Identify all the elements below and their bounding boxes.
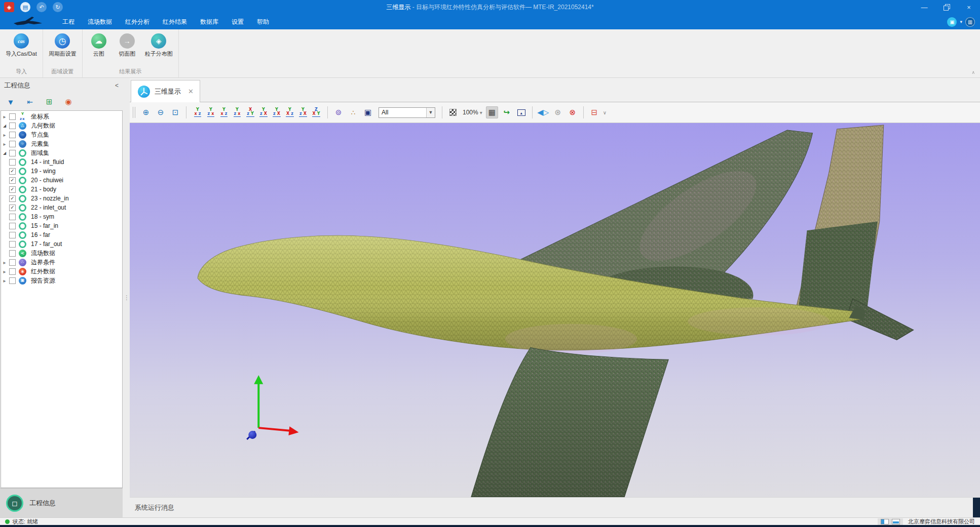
view-orientation-button[interactable]: Y z x — [231, 106, 244, 118]
menu-item[interactable]: 帮助 — [250, 14, 276, 29]
tree-checkbox[interactable] — [9, 186, 16, 193]
zoom-out-icon[interactable]: ⊖ — [155, 106, 167, 118]
export-arrow-icon[interactable]: ↪ — [501, 106, 513, 118]
tree-item[interactable]: 15 - far_in — [1, 221, 122, 230]
tree-item[interactable]: 几何数据 — [1, 121, 122, 130]
ribbon-button[interactable]: 周期面设置 — [46, 31, 79, 59]
tree-item[interactable]: 14 - int_fluid — [1, 157, 122, 167]
theme-toggle-icon[interactable]: ▣ — [947, 17, 957, 27]
expander-icon[interactable] — [1, 141, 8, 147]
transparency-icon[interactable] — [447, 106, 459, 118]
tree-checkbox[interactable] — [9, 277, 16, 284]
tree-checkbox[interactable] — [9, 113, 16, 120]
tree-checkbox[interactable] — [9, 168, 16, 175]
menu-item[interactable]: 红外结果 — [156, 14, 194, 29]
tree-item[interactable]: 节点集 — [1, 130, 122, 139]
delete-icon[interactable]: ⊗ — [567, 106, 579, 118]
tree-item[interactable]: 22 - inlet_out — [1, 203, 122, 212]
layout-left-panel-icon[interactable] — [881, 519, 889, 524]
minimize-button[interactable]: — — [913, 0, 935, 14]
ribbon-button[interactable]: 导入Cas/Dat — [3, 31, 40, 59]
tree-checkbox[interactable] — [9, 132, 16, 138]
tree-checkbox[interactable] — [9, 250, 16, 257]
undo-icon[interactable]: ↶ — [36, 2, 47, 12]
viewport-3d[interactable] — [130, 123, 980, 497]
tree-item[interactable]: 报告资源 — [1, 276, 122, 285]
tree-item[interactable]: 面域集 — [1, 148, 122, 157]
tab-3d-view[interactable]: 三维显示 ✕ — [131, 80, 200, 102]
tree-checkbox[interactable] — [9, 159, 16, 166]
tree-checkbox[interactable] — [9, 259, 16, 266]
redo-icon[interactable]: ↻ — [53, 2, 63, 12]
ribbon-button[interactable]: 粒子分布图 — [142, 31, 175, 59]
archive-box-icon[interactable]: ⊟ — [588, 106, 600, 118]
expander-icon[interactable] — [1, 150, 8, 155]
mirror-icon[interactable]: ◀▷ — [537, 106, 549, 118]
tree-item[interactable]: 23 - nozzle_in — [1, 194, 122, 203]
app-icon[interactable]: ◈ — [4, 2, 14, 12]
tree-item[interactable]: 21 - body — [1, 185, 122, 194]
select-box-icon[interactable]: ▣ — [362, 106, 374, 118]
tree-checkbox[interactable] — [9, 123, 16, 129]
menu-item[interactable]: 设置 — [225, 14, 250, 29]
tree-checkbox[interactable] — [9, 268, 16, 275]
panel-collapse-icon[interactable]: < — [115, 82, 119, 89]
tree-item[interactable]: 边界条件 — [1, 258, 122, 267]
zoom-in-icon[interactable]: ⊕ — [140, 106, 152, 118]
expander-icon[interactable] — [1, 278, 8, 283]
locate-icon[interactable]: ◉ — [63, 96, 74, 107]
view-orientation-button[interactable]: Z X Y — [310, 106, 323, 118]
expander-icon[interactable] — [1, 123, 8, 128]
view-orientation-button[interactable]: Y x z — [191, 106, 204, 118]
restore-button[interactable] — [935, 0, 958, 14]
filter-icon[interactable]: ▼ — [5, 96, 16, 107]
close-button[interactable]: × — [958, 0, 980, 14]
zoom-fit-icon[interactable]: ⊡ — [169, 106, 181, 118]
tree-item[interactable]: 红外数据 — [1, 267, 122, 276]
display-filter-select[interactable]: All ▼ — [379, 107, 435, 118]
expander-icon[interactable] — [1, 132, 8, 138]
tree-checkbox[interactable] — [9, 150, 16, 156]
chevron-down-icon[interactable]: ∨ — [603, 110, 607, 115]
view-orientation-button[interactable]: Y X z — [283, 106, 296, 118]
tree-item[interactable]: 16 - far — [1, 230, 122, 239]
tree-item[interactable]: 坐标系 — [1, 112, 122, 121]
tree-checkbox[interactable] — [9, 232, 16, 238]
tree-checkbox[interactable] — [9, 241, 16, 248]
view-orientation-button[interactable]: Y z X — [296, 106, 310, 118]
collapse-all-icon[interactable]: ⇤ — [24, 96, 35, 107]
view-orientation-button[interactable]: Y z X — [270, 106, 283, 118]
tree-checkbox[interactable] — [9, 205, 16, 211]
toolbar-grip[interactable] — [133, 107, 135, 118]
menu-item[interactable]: 红外分析 — [119, 14, 156, 29]
ribbon-button[interactable]: 云图 — [86, 31, 112, 59]
panel-splitter[interactable] — [123, 78, 130, 517]
tree-item[interactable]: 19 - wing — [1, 167, 122, 176]
tree-checkbox[interactable] — [9, 223, 16, 229]
tree-item[interactable]: 20 - chuiwei — [1, 176, 122, 185]
grid-toggle-icon[interactable]: ▦ — [486, 106, 498, 118]
tree-checkbox[interactable] — [9, 177, 16, 184]
tree-item[interactable]: 流场数据 — [1, 249, 122, 258]
expander-icon[interactable] — [1, 260, 8, 265]
panel-layout-icon[interactable]: ▥ — [965, 17, 975, 27]
camera-icon[interactable]: ⊚ — [332, 106, 345, 118]
tree-item[interactable]: 17 - far_out — [1, 239, 122, 249]
ribbon-button[interactable]: 切面图 — [114, 31, 140, 59]
menu-item[interactable]: 流场数据 — [81, 14, 119, 29]
expander-icon[interactable] — [1, 114, 8, 119]
view-orientation-button[interactable]: X z Y — [244, 106, 257, 118]
circle-nodes-icon[interactable]: ⊛ — [552, 106, 564, 118]
menu-item[interactable]: 工程 — [56, 14, 81, 29]
expander-icon[interactable] — [1, 269, 8, 274]
view-orientation-button[interactable]: Y z X — [257, 106, 270, 118]
layout-bottom-panel-icon[interactable] — [892, 519, 900, 524]
view-orientation-button[interactable]: Y x z — [217, 106, 231, 118]
tree-checkbox[interactable] — [9, 195, 16, 202]
chevron-down-icon[interactable]: ▼ — [426, 108, 435, 117]
tree-checkbox[interactable] — [9, 214, 16, 220]
menu-item[interactable]: 数据库 — [194, 14, 225, 29]
tree-item[interactable]: 18 - sym — [1, 212, 122, 221]
group-view-icon[interactable]: ⊞ — [44, 96, 55, 107]
screenshot-icon[interactable]: ▴ — [515, 106, 527, 118]
